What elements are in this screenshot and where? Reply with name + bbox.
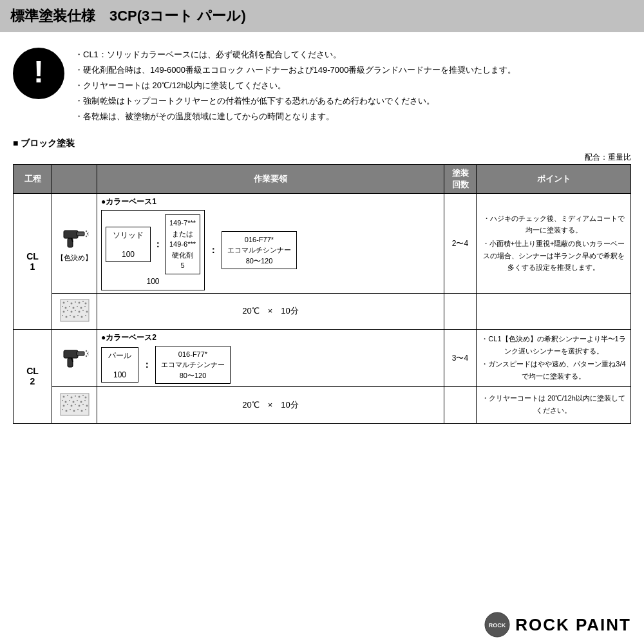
- cl1-point-2: ・小面積+仕上り重視+隠蔽の良いカラーベースの場合、シンナーは半ランク早めで希釈…: [480, 238, 627, 274]
- svg-point-12: [70, 302, 72, 304]
- svg-point-57: [69, 400, 70, 401]
- cl1-solid-box: ソリッド100: [106, 227, 151, 262]
- th-icon: [52, 165, 97, 194]
- cl2-dry-row: 20℃ × 10分 ・クリヤーコートは 20℃/12h以内に塗装してください。: [14, 387, 631, 423]
- svg-rect-38: [64, 350, 78, 358]
- svg-point-52: [78, 395, 80, 397]
- svg-point-35: [77, 315, 79, 316]
- svg-point-19: [69, 306, 70, 307]
- ratio-note: 配合：重量比: [13, 152, 631, 163]
- svg-point-59: [77, 400, 78, 401]
- svg-point-69: [62, 409, 63, 410]
- svg-point-71: [70, 409, 71, 410]
- warning-bullet-5: ・各乾燥は、被塗物がその温度領域に達してからの時間となります。: [75, 109, 516, 124]
- svg-point-62: [62, 404, 64, 406]
- cl1-dry-row: 20℃ × 10分: [14, 293, 631, 329]
- svg-point-72: [73, 410, 75, 412]
- cl1-colon-1: ：: [153, 239, 162, 251]
- svg-point-55: [62, 400, 63, 401]
- cl2-pearl-box: パール100: [101, 347, 138, 383]
- cl2-dry-temp: 20℃ × 10分: [97, 387, 444, 423]
- svg-point-54: [84, 396, 86, 398]
- spray-gun-icon-cl1: 【色決め】: [56, 224, 93, 263]
- svg-point-60: [80, 401, 82, 402]
- spray-gun-icon-cl2: [56, 344, 93, 373]
- svg-point-27: [75, 310, 76, 311]
- cl2-colon: ：: [142, 359, 151, 371]
- cl2-point-1: ・CL1【色決め】の希釈シンナーより半〜1ランク遅いシンナーを選択する。: [480, 333, 627, 357]
- cl2-mix-title: ●カラーベース2: [101, 332, 440, 343]
- rock-logo-icon: ROCK: [484, 612, 510, 638]
- warning-bullet-1: ・CL1：ソリッドカラーベースには、必ず硬化剤を配合してください。: [75, 48, 516, 62]
- svg-point-23: [84, 306, 86, 307]
- cl1-hardener-box: 149-7***または149-6***硬化剤5: [165, 214, 200, 274]
- svg-point-33: [70, 315, 71, 316]
- svg-point-64: [70, 404, 72, 406]
- cl2-thinner-box: 016-F77*エコマルチシンナー80〜120: [155, 346, 231, 384]
- svg-point-25: [67, 310, 68, 311]
- cl2-coatings-cell: 3〜4: [444, 329, 477, 387]
- svg-rect-0: [64, 231, 78, 238]
- svg-point-42: [85, 350, 86, 352]
- cl1-dry-coatings: [444, 293, 477, 329]
- svg-point-73: [77, 409, 79, 410]
- svg-point-68: [86, 404, 88, 406]
- svg-point-58: [72, 401, 74, 402]
- svg-point-20: [72, 307, 74, 308]
- block-section: ■ ブロック塗装 配合：重量比 工程 作業要領 塗装回数 ポイント CL1: [13, 138, 631, 423]
- svg-point-32: [65, 316, 67, 317]
- warning-text: ・CL1：ソリッドカラーベースには、必ず硬化剤を配合してください。 ・硬化剤配合…: [75, 48, 516, 125]
- cl1-dry-icon-cell: [52, 293, 97, 329]
- svg-text:ROCK: ROCK: [489, 622, 506, 629]
- svg-point-36: [80, 316, 82, 317]
- svg-point-7: [88, 232, 89, 233]
- svg-point-21: [77, 306, 78, 307]
- svg-point-13: [75, 301, 76, 303]
- cl1-thinner-box: 016-F77*エコマルチシンナー80〜120: [222, 231, 297, 270]
- cl2-spray-row: CL2: [14, 329, 631, 387]
- cl2-process: CL2: [14, 329, 52, 423]
- cl1-coatings-cell: 2〜4: [444, 194, 477, 294]
- cl1-label: 【色決め】: [56, 253, 93, 263]
- th-process: 工程: [14, 165, 52, 194]
- svg-point-46: [88, 354, 89, 355]
- svg-point-61: [84, 400, 86, 401]
- cl2-spray-icon-cell: [52, 329, 97, 387]
- svg-point-50: [70, 396, 72, 398]
- cl2-dry-points: ・クリヤーコートは 20℃/12h以内に塗装してください。: [477, 387, 631, 423]
- th-points: ポイント: [477, 165, 631, 194]
- svg-point-65: [75, 404, 76, 405]
- spray-gun-svg-cl1: [59, 224, 91, 251]
- warning-icon: !: [13, 48, 64, 99]
- th-work: 作業要領: [97, 165, 444, 194]
- warning-bullet-3: ・クリヤーコートは 20℃/12h以内に塗装してください。: [75, 79, 516, 93]
- svg-point-4: [85, 231, 86, 232]
- warning-section: ! ・CL1：ソリッドカラーベースには、必ず硬化剤を配合してください。 ・硬化剤…: [13, 48, 631, 125]
- exclamation-mark: !: [33, 57, 44, 88]
- cl1-work-cell: ●カラーベース1 ソリッド100 ：: [97, 194, 444, 294]
- svg-point-11: [67, 301, 68, 302]
- dry-texture-icon-cl2: [60, 393, 90, 416]
- svg-point-17: [62, 306, 63, 307]
- svg-point-43: [86, 353, 88, 354]
- svg-point-66: [78, 404, 80, 406]
- svg-point-63: [67, 404, 68, 405]
- svg-rect-2: [77, 232, 84, 236]
- svg-point-45: [88, 352, 89, 353]
- warning-bullet-2: ・硬化剤配合時は、149-6000番級エコロック ハードナーおよび149-700…: [75, 63, 516, 77]
- cl1-point-1: ・ハジキのチェック後、ミディアムコートで均一に塗装する。: [480, 213, 627, 236]
- svg-point-14: [78, 301, 80, 303]
- cl2-points-cell: ・CL1【色決め】の希釈シンナーより半〜1ランク遅いシンナーを選択する。 ・ガン…: [477, 329, 631, 387]
- cl1-dry-points: [477, 293, 631, 329]
- page-header: 標準塗装仕様 3CP(3コート パール): [0, 0, 644, 32]
- svg-point-75: [85, 409, 86, 410]
- svg-point-6: [85, 236, 86, 237]
- cl1-sum-label: 100: [106, 277, 200, 286]
- cl1-spray-row: CL1: [14, 194, 631, 294]
- dry-texture-icon-cl1: [60, 299, 90, 322]
- cl2-point-2: ・ガンスピードはやや速め、パターン重ね3/4で均一に塗装する。: [480, 358, 627, 382]
- svg-point-16: [84, 302, 86, 304]
- svg-point-29: [82, 310, 84, 311]
- cl1-colon-2: ：: [209, 245, 218, 256]
- main-content: ! ・CL1：ソリッドカラーベースには、必ず硬化剤を配合してください。 ・硬化剤…: [0, 32, 644, 434]
